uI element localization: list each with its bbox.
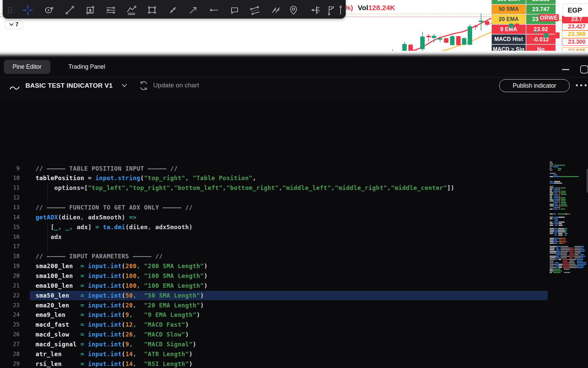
tool-segment-icon[interactable] <box>166 3 180 17</box>
code-line-18[interactable]: 18// ————— INPUT PARAMETERS ————— // <box>0 252 588 261</box>
line-number: 22 <box>0 291 20 301</box>
code-line-25[interactable]: 25macd_fast = input.int(12, "MACD Fast") <box>0 320 588 330</box>
code-line-27[interactable]: 27macd_signal = input.int(9, "MACD Signa… <box>0 340 588 349</box>
price-axis-label: 23.368 <box>562 30 588 38</box>
code-line-19[interactable]: 19sma200_len = input.int(200, "200 SMA L… <box>0 261 588 271</box>
maximize-icon[interactable] <box>580 65 588 73</box>
line-number: 24 <box>0 310 20 320</box>
code-line-12[interactable]: 12 <box>0 193 588 203</box>
tool-circle-point-icon[interactable] <box>42 3 56 17</box>
currency-button[interactable]: EGP <box>563 3 588 17</box>
price-axis-label: 23.427 <box>562 23 588 30</box>
tool-polyline-icon[interactable] <box>125 3 138 17</box>
line-number: 25 <box>0 320 20 330</box>
code-line-15[interactable]: 15 [_, _, adx] = ta.dmi(diLen, adxSmooth… <box>0 222 588 232</box>
tool-grip-dots-icon[interactable] <box>3 3 17 17</box>
code-line-14[interactable]: 14getADX(diLen, adxSmooth) => <box>0 213 588 222</box>
tool-parallel-channel-icon[interactable] <box>248 3 262 17</box>
tool-horizontal-ray-icon[interactable] <box>207 3 221 17</box>
panel-shadow <box>0 51 588 58</box>
tab-trading-panel[interactable]: Trading Panel <box>60 60 114 74</box>
indent-guide <box>47 183 48 203</box>
code-line-29[interactable]: 29rsi_len = input.int(14, "RSI Length") <box>0 359 588 368</box>
code-line-24[interactable]: 24ema9_len = input.int(9, "9 EMA Length"… <box>0 310 588 320</box>
code-line-26[interactable]: 26macd_slow = input.int(26, "MACD Slow") <box>0 330 588 340</box>
line-number: 26 <box>0 330 20 340</box>
line-number: 21 <box>0 281 20 291</box>
indicator-wave-icon <box>9 84 20 91</box>
line-number: 15 <box>0 222 20 232</box>
tool-crosshair-icon[interactable] <box>21 3 35 17</box>
code-line-16[interactable]: 16 adx <box>0 232 588 242</box>
line-number: 18 <box>0 252 20 261</box>
chevron-down-icon[interactable] <box>121 84 127 88</box>
chart-area[interactable]: %) Vol128.24K 100 EMA23.25350 SMA23.7472… <box>0 0 588 58</box>
publish-indicator-button[interactable]: Publish indicator <box>499 79 570 92</box>
chevron-down-icon <box>9 23 14 26</box>
line-number: 9 <box>0 164 20 174</box>
tool-arrow-icon[interactable] <box>186 3 200 17</box>
line-number: 11 <box>0 183 20 193</box>
tool-vertical-stick-icon[interactable] <box>334 3 347 17</box>
code-line-9[interactable]: 9// ————— TABLE POSITION INPUT ————— // <box>0 164 588 174</box>
line-number: 14 <box>0 213 20 222</box>
tool-cross-lines-icon[interactable] <box>269 3 283 17</box>
script-header: BASIC TEST INDICATOR V1 Update on chart … <box>0 78 588 101</box>
line-number: 16 <box>0 232 20 242</box>
code-line-20[interactable]: 20sma100_len = input.int(100, "100 SMA L… <box>0 271 588 281</box>
line-number: 12 <box>0 193 20 203</box>
code-line-21[interactable]: 21ema100_len = input.int(100, "100 EMA L… <box>0 281 588 291</box>
refresh-icon[interactable] <box>138 80 149 91</box>
line-number: 23 <box>0 301 20 310</box>
code-line-11[interactable]: 11 options=["top_left","top_right","bott… <box>0 183 588 193</box>
line-number: 10 <box>0 173 20 183</box>
tool-projection-box-icon[interactable] <box>84 3 97 17</box>
tool-rectangle-icon[interactable] <box>145 3 159 17</box>
line-number: 13 <box>0 203 20 213</box>
tab-pine-editor[interactable]: Pine Editor <box>4 60 50 74</box>
update-on-chart-button[interactable]: Update on chart <box>153 82 199 89</box>
indent-guide <box>47 222 48 252</box>
code-line-17[interactable]: 17 <box>0 242 588 252</box>
code-line-22[interactable]: 22sma50_len = input.int(50, "50 SMA Leng… <box>0 291 588 301</box>
tool-trend-line-icon[interactable] <box>63 3 77 17</box>
price-axis-label: 23.300 <box>562 38 588 46</box>
pine-editor-panel: Pine Editor Trading Panel BASIC TEST IND… <box>0 58 588 368</box>
tool-horizontal-levels-icon[interactable] <box>104 3 118 17</box>
minimize-icon[interactable] <box>562 69 569 70</box>
line-number: 19 <box>0 261 20 271</box>
script-title[interactable]: BASIC TEST INDICATOR V1 <box>25 82 113 89</box>
line-number: 27 <box>0 340 20 349</box>
code-editor[interactable]: 9// ————— TABLE POSITION INPUT ————— //1… <box>0 101 588 368</box>
line-number: 29 <box>0 359 20 368</box>
more-options-icon[interactable] <box>576 84 587 86</box>
bar-replay-count-button[interactable]: 7 <box>5 20 23 29</box>
line-number: 17 <box>0 242 20 252</box>
line-number: 28 <box>0 349 20 359</box>
bar-count: 7 <box>16 22 19 28</box>
minimap[interactable] <box>550 161 587 331</box>
code-line-10[interactable]: 10tablePosition = input.string("top_righ… <box>0 173 588 183</box>
drawing-toolbar <box>3 0 346 19</box>
tool-map-pin-icon[interactable] <box>287 3 300 17</box>
code-line-23[interactable]: 23ema20_len = input.int(20, "20 EMA Leng… <box>0 301 588 310</box>
tradingview-window: %) Vol128.24K 100 EMA23.25350 SMA23.7472… <box>0 0 588 368</box>
code-line-28[interactable]: 28atr_len = input.int(14, "ATR Length") <box>0 349 588 359</box>
tool-callout-icon[interactable] <box>228 3 241 17</box>
scrollbar-thumb[interactable] <box>587 169 588 193</box>
tool-price-levels-icon[interactable] <box>308 3 322 17</box>
line-number: 20 <box>0 271 20 281</box>
code-line-13[interactable]: 13// ————— FUNCTION TO GET ADX ONLY ————… <box>0 203 588 213</box>
